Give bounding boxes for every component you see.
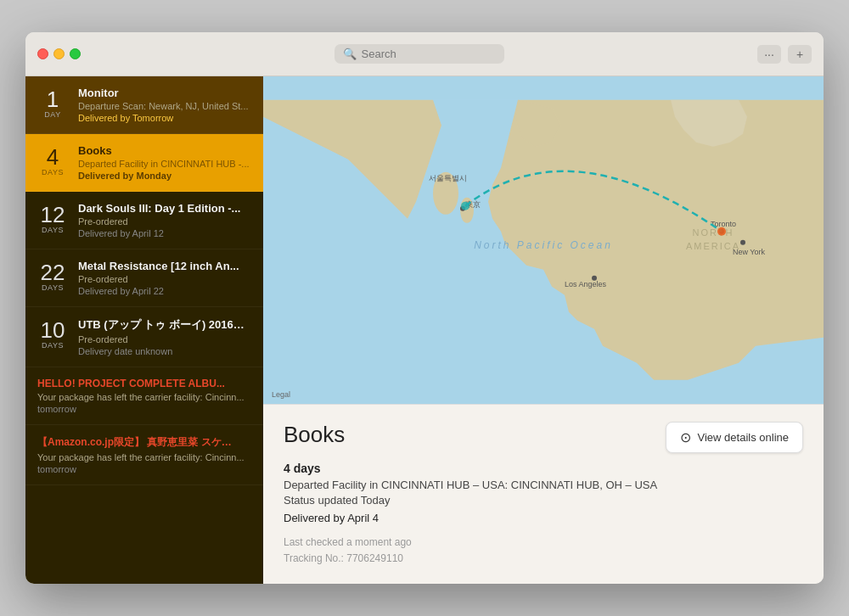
- item-body: Monitor Departure Scan: Newark, NJ, Unit…: [78, 87, 251, 123]
- svg-point-7: [461, 202, 469, 210]
- map-area: North Pacific Ocean NORTH AMERICA Los An…: [263, 76, 824, 404]
- item-unit: DAYS: [42, 283, 64, 292]
- compass-icon: ⊙: [680, 429, 691, 445]
- newyork-label: New York: [733, 248, 766, 256]
- notif-time: tomorrow: [37, 404, 251, 414]
- sidebar-item-monitor[interactable]: 1 DAY Monitor Departure Scan: Newark, NJ…: [25, 76, 263, 134]
- notif-subtitle: Your package has left the carrier facili…: [37, 392, 251, 402]
- item-number: 10: [41, 319, 65, 341]
- item-number: 4: [47, 146, 59, 168]
- search-bar: 🔍: [138, 44, 700, 64]
- notif-title: 【Amazon.co.jp限定】 真野恵里菜 スケ…: [37, 435, 251, 450]
- add-button[interactable]: +: [788, 45, 812, 64]
- item-number-col: 4 DAYS: [37, 144, 68, 176]
- sidebar-item-books[interactable]: 4 DAYS Books Departed Facility in CINCIN…: [25, 134, 263, 192]
- item-body: UTB (アップ トゥ ボーイ) 2016… Pre-ordered Deliv…: [78, 317, 251, 356]
- item-title: Books: [78, 144, 251, 157]
- close-button[interactable]: [37, 48, 48, 59]
- map-legal-label: Legal: [272, 390, 290, 399]
- sidebar: 1 DAY Monitor Departure Scan: Newark, NJ…: [25, 76, 263, 584]
- minimize-button[interactable]: [53, 48, 65, 59]
- item-title: Monitor: [78, 87, 251, 99]
- item-delivery: Delivery date unknown: [78, 346, 251, 356]
- item-unit: DAYS: [42, 341, 64, 350]
- la-label: Los Angeles: [565, 280, 607, 288]
- item-number: 22: [41, 261, 65, 283]
- view-details-button[interactable]: ⊙ View details online: [666, 422, 803, 453]
- item-unit: DAYS: [42, 168, 64, 176]
- item-delivery: Delivered by Tomorrow: [78, 113, 251, 123]
- titlebar: 🔍 ··· +: [25, 32, 824, 76]
- item-title: Metal Resistance [12 inch An...: [78, 260, 251, 272]
- seoul-label: 서울특별시: [429, 174, 467, 182]
- detail-panel: Books ⊙ View details online 4 days Depar…: [263, 404, 824, 584]
- sidebar-item-dark-souls[interactable]: 12 DAYS Dark Souls III: Day 1 Edition -.…: [25, 192, 263, 249]
- item-delivery: Delivered by April 22: [78, 286, 251, 296]
- app-window: 🔍 ··· + 1 DAY Monitor Departure Scan: Ne…: [25, 32, 824, 584]
- tracking-number: Tracking No.: 7706249110: [284, 551, 803, 567]
- item-number: 12: [41, 204, 65, 226]
- svg-point-5: [740, 240, 745, 245]
- item-body: Dark Souls III: Day 1 Edition -... Pre-o…: [78, 202, 251, 238]
- item-subtitle: Pre-ordered: [78, 274, 251, 284]
- item-delivery: Delivered by April 12: [78, 228, 251, 238]
- view-details-label: View details online: [698, 431, 789, 444]
- item-subtitle: Pre-ordered: [78, 216, 251, 227]
- maximize-button[interactable]: [70, 48, 81, 59]
- item-subtitle: Pre-ordered: [78, 334, 251, 344]
- notif-title: HELLO! PROJECT COMPLETE ALBU...: [37, 378, 251, 389]
- item-number-col: 12 DAYS: [37, 202, 68, 234]
- item-number-col: 22 DAYS: [37, 260, 68, 292]
- item-subtitle: Departure Scan: Newark, NJ, United St...: [78, 101, 251, 111]
- item-unit: DAYS: [42, 226, 64, 234]
- traffic-lights: [37, 48, 81, 59]
- main-content: North Pacific Ocean NORTH AMERICA Los An…: [263, 76, 824, 584]
- detail-title: Books: [284, 422, 345, 448]
- map-svg: North Pacific Ocean NORTH AMERICA Los An…: [263, 76, 824, 404]
- detail-status: Status updated Today: [284, 494, 803, 507]
- item-title: Dark Souls III: Day 1 Edition -...: [78, 202, 251, 215]
- sidebar-notif-hello-project[interactable]: HELLO! PROJECT COMPLETE ALBU... Your pac…: [25, 367, 263, 425]
- item-body: Metal Resistance [12 inch An... Pre-orde…: [78, 260, 251, 296]
- search-input-wrap[interactable]: 🔍: [335, 44, 504, 64]
- detail-location: Departed Facility in CINCINNATI HUB – US…: [284, 479, 803, 491]
- item-title: UTB (アップ トゥ ボーイ) 2016…: [78, 317, 251, 333]
- item-number: 1: [47, 88, 59, 110]
- item-body: Books Departed Facility in CINCINNATI HU…: [78, 144, 251, 181]
- item-delivery: Delivered by Monday: [78, 171, 251, 181]
- more-button[interactable]: ···: [757, 45, 781, 64]
- notif-time: tomorrow: [37, 464, 251, 474]
- item-number-col: 10 DAYS: [37, 317, 68, 350]
- last-checked: Last checked a moment ago: [284, 535, 803, 551]
- svg-point-8: [717, 227, 726, 236]
- item-subtitle: Departed Facility in CINCINNATI HUB -...: [78, 159, 251, 169]
- notif-subtitle: Your package has left the carrier facili…: [37, 452, 251, 462]
- search-input[interactable]: [362, 48, 496, 60]
- na-label-1: NORTH: [693, 227, 734, 238]
- detail-header: Books ⊙ View details online: [284, 422, 803, 453]
- search-icon: 🔍: [343, 48, 357, 60]
- detail-footer: Last checked a moment ago Tracking No.: …: [284, 535, 803, 567]
- detail-days: 4 days: [284, 462, 803, 475]
- detail-delivery: Delivered by April 4: [284, 512, 803, 524]
- sidebar-item-utb[interactable]: 10 DAYS UTB (アップ トゥ ボーイ) 2016… Pre-order…: [25, 307, 263, 367]
- item-number-col: 1 DAY: [37, 87, 68, 119]
- content: 1 DAY Monitor Departure Scan: Newark, NJ…: [25, 76, 824, 584]
- titlebar-actions: ··· +: [757, 45, 812, 64]
- item-unit: DAY: [44, 110, 60, 119]
- pacific-label: North Pacific Ocean: [474, 239, 613, 251]
- sidebar-item-metal-resistance[interactable]: 22 DAYS Metal Resistance [12 inch An... …: [25, 249, 263, 307]
- sidebar-notif-amazon-jp[interactable]: 【Amazon.co.jp限定】 真野恵里菜 スケ… Your package …: [25, 425, 263, 485]
